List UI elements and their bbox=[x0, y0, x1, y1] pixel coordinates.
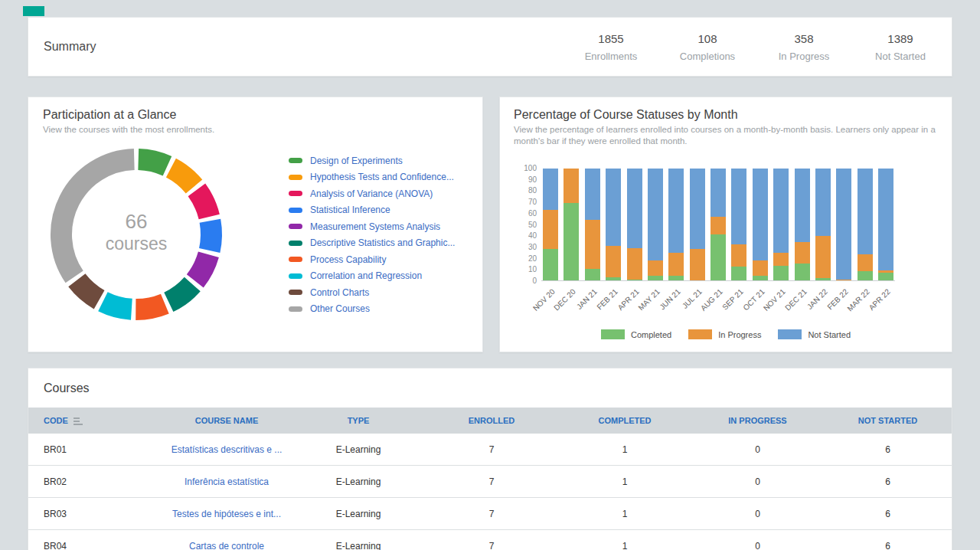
table-row: BR04Cartas de controleE-Learning7106 bbox=[28, 530, 952, 550]
course-type-cell: E-Learning bbox=[292, 444, 425, 455]
bar-segment-in-progress bbox=[668, 253, 684, 277]
bar-segment-not-started bbox=[795, 169, 810, 242]
column-header-not-started[interactable]: NOT STARTED bbox=[824, 416, 952, 425]
legend-item-label[interactable]: Correlation and Regression bbox=[310, 270, 422, 281]
donut-legend: Design of ExperimentsHypothesis Tests an… bbox=[289, 156, 455, 314]
course-name-link[interactable]: Testes de hipóteses e int... bbox=[162, 509, 292, 519]
legend-item-label: Completed bbox=[631, 330, 671, 339]
stacked-bar bbox=[795, 169, 810, 280]
donut-legend-item[interactable]: Descriptive Statistics and Graphic... bbox=[289, 238, 455, 248]
bar-segment-not-started bbox=[753, 169, 768, 260]
course-name-link[interactable]: Estatísticas descritivas e ... bbox=[162, 444, 292, 455]
bar-segment-completed bbox=[606, 277, 621, 280]
donut-legend-item[interactable]: Hypothesis Tests and Confidence... bbox=[289, 172, 455, 182]
legend-item-label[interactable]: Statistical Inference bbox=[310, 205, 390, 215]
bar-segment-not-started bbox=[543, 169, 558, 210]
bar-chart-y-axis: 0102030405060708090100 bbox=[506, 169, 537, 281]
statuses-subtitle: View the percentage of learners enrolled… bbox=[514, 124, 939, 147]
legend-swatch-icon bbox=[289, 224, 302, 229]
enrolled-cell: 7 bbox=[425, 541, 558, 550]
donut-legend-item[interactable]: Statistical Inference bbox=[289, 205, 455, 215]
legend-item-label[interactable]: Measurement Systems Analysis bbox=[310, 221, 440, 232]
bar-segment-in-progress bbox=[606, 246, 621, 277]
legend-item-label[interactable]: Process Capability bbox=[310, 254, 386, 265]
bar-segment-in-progress bbox=[627, 248, 642, 280]
donut-legend-item[interactable]: Design of Experiments bbox=[289, 156, 455, 165]
in-progress-cell: 0 bbox=[691, 509, 824, 519]
legend-item-label[interactable]: Design of Experiments bbox=[310, 156, 403, 166]
y-axis-tick-label: 40 bbox=[506, 231, 537, 240]
column-header-code[interactable]: CODE bbox=[28, 416, 162, 425]
stacked-bar bbox=[564, 169, 579, 280]
bar-segment-not-started bbox=[606, 169, 621, 246]
sort-icon[interactable] bbox=[74, 417, 83, 424]
donut-segment[interactable] bbox=[77, 280, 99, 300]
column-header-label: COURSE NAME bbox=[195, 416, 259, 425]
donut-legend-item[interactable]: Control Charts bbox=[289, 287, 455, 297]
table-row: BR01Estatísticas descritivas e ...E-Lear… bbox=[28, 434, 952, 466]
column-header-enrolled[interactable]: ENROLLED bbox=[425, 416, 558, 425]
participation-panel: Participation at a Glance View the cours… bbox=[28, 97, 483, 352]
stacked-bar bbox=[773, 169, 789, 280]
stacked-bar bbox=[858, 169, 873, 280]
donut-segment[interactable] bbox=[168, 284, 192, 302]
summary-panel: Summary 1855 Enrollments 108 Completions… bbox=[28, 17, 952, 77]
stacked-bar-chart bbox=[541, 169, 895, 281]
legend-swatch-icon bbox=[778, 329, 802, 339]
bar-legend-item: Not Started bbox=[778, 329, 851, 339]
bar-segment-completed bbox=[648, 276, 663, 280]
donut-center-value: 66 bbox=[75, 211, 198, 233]
bar-segment-completed bbox=[585, 269, 600, 280]
stat-label: Completions bbox=[659, 51, 756, 62]
donut-segment[interactable] bbox=[103, 302, 131, 309]
column-header-course-name[interactable]: COURSE NAME bbox=[162, 416, 292, 425]
completed-cell: 1 bbox=[558, 541, 691, 550]
donut-segment[interactable] bbox=[136, 304, 165, 309]
bar-segment-in-progress bbox=[690, 249, 705, 280]
stacked-bar bbox=[690, 169, 705, 280]
donut-segment[interactable] bbox=[210, 221, 211, 250]
y-axis-tick-label: 20 bbox=[506, 254, 537, 263]
donut-legend-item[interactable]: Correlation and Regression bbox=[289, 271, 455, 281]
bar-segment-in-progress bbox=[648, 260, 663, 276]
in-progress-cell: 0 bbox=[691, 476, 824, 487]
legend-item-label[interactable]: Other Courses bbox=[310, 303, 370, 314]
bar-segment-not-started bbox=[815, 169, 831, 236]
legend-swatch-icon bbox=[289, 175, 302, 180]
stacked-bar bbox=[648, 169, 663, 280]
stat-completions: 108 Completions bbox=[659, 32, 756, 62]
bar-segment-completed bbox=[543, 249, 558, 280]
y-axis-tick-label: 60 bbox=[506, 209, 537, 218]
completed-cell: 1 bbox=[558, 476, 691, 487]
participation-subtitle: View the courses with the most enrollmen… bbox=[43, 124, 469, 136]
column-header-in-progress[interactable]: IN PROGRESS bbox=[691, 416, 824, 425]
participation-title: Participation at a Glance bbox=[43, 108, 469, 122]
donut-legend-item[interactable]: Other Courses bbox=[289, 304, 455, 314]
column-header-type[interactable]: TYPE bbox=[292, 416, 425, 425]
course-type-cell: E-Learning bbox=[292, 509, 425, 519]
in-progress-cell: 0 bbox=[691, 444, 824, 455]
donut-legend-item[interactable]: Measurement Systems Analysis bbox=[289, 221, 455, 231]
table-body: BR01Estatísticas descritivas e ...E-Lear… bbox=[28, 434, 952, 550]
stat-label: Not Started bbox=[852, 51, 949, 62]
donut-legend-item[interactable]: Analysis of Variance (ANOVA) bbox=[289, 188, 455, 198]
donut-segment[interactable] bbox=[139, 159, 168, 166]
column-header-label: CODE bbox=[44, 416, 68, 425]
donut-segment[interactable] bbox=[197, 190, 209, 217]
bar-segment-in-progress bbox=[731, 244, 746, 267]
legend-item-label[interactable]: Descriptive Statistics and Graphic... bbox=[310, 237, 455, 248]
legend-item-label[interactable]: Control Charts bbox=[310, 287, 369, 298]
donut-legend-item[interactable]: Process Capability bbox=[289, 254, 455, 264]
bar-segment-completed bbox=[753, 276, 768, 280]
legend-item-label[interactable]: Analysis of Variance (ANOVA) bbox=[310, 188, 433, 199]
donut-segment[interactable] bbox=[195, 254, 209, 281]
column-header-label: IN PROGRESS bbox=[728, 416, 786, 425]
legend-item-label[interactable]: Hypothesis Tests and Confidence... bbox=[310, 172, 454, 182]
legend-swatch-icon bbox=[289, 290, 302, 295]
column-header-completed[interactable]: COMPLETED bbox=[558, 416, 691, 425]
course-name-link[interactable]: Cartas de controle bbox=[162, 541, 292, 550]
stacked-bar bbox=[753, 169, 768, 280]
donut-segment[interactable] bbox=[171, 168, 194, 186]
course-name-link[interactable]: Inferência estatística bbox=[162, 476, 292, 487]
enrolled-cell: 7 bbox=[425, 509, 558, 519]
